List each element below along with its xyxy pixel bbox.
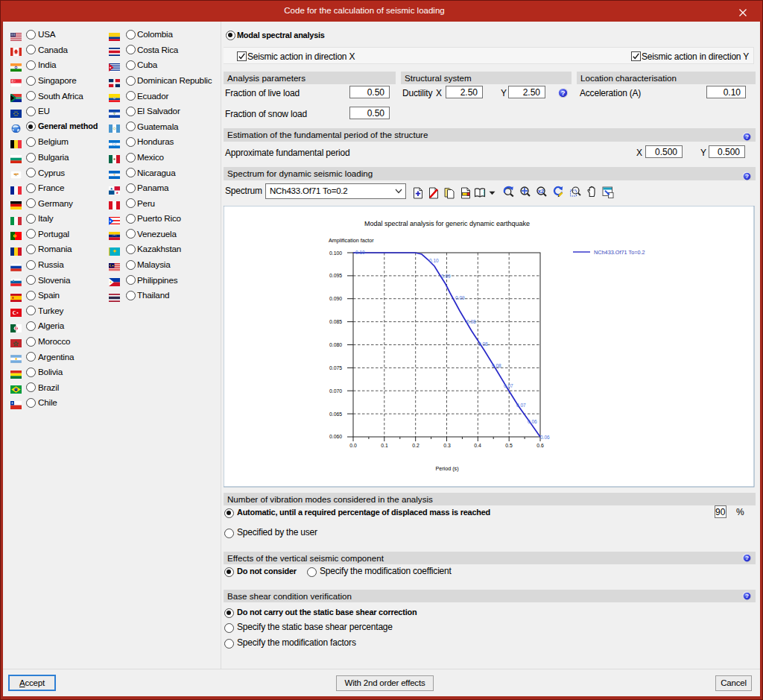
svg-text:0.07: 0.07 <box>504 383 513 388</box>
svg-text:?: ? <box>745 173 749 180</box>
svg-text:0.3: 0.3 <box>443 443 451 448</box>
svg-text:0.08: 0.08 <box>466 319 476 324</box>
svg-text:0.0: 0.0 <box>349 443 357 448</box>
svg-text:0.6: 0.6 <box>536 443 544 448</box>
svg-text:0.06: 0.06 <box>528 419 537 424</box>
svg-text:Period (s): Period (s) <box>435 465 458 472</box>
svg-text:0.06: 0.06 <box>540 435 550 440</box>
svg-text:0.08: 0.08 <box>492 363 501 368</box>
svg-text:Amplification factor: Amplification factor <box>329 237 374 244</box>
svg-text:0.07: 0.07 <box>516 403 526 408</box>
svg-text:0.10: 0.10 <box>355 250 365 255</box>
svg-text:?: ? <box>561 89 566 97</box>
svg-text:0.08: 0.08 <box>478 341 488 347</box>
svg-text:0.080: 0.080 <box>329 342 342 347</box>
svg-text:?: ? <box>745 593 749 599</box>
svg-text:x2: x2 <box>538 188 544 195</box>
svg-text:0.060: 0.060 <box>329 434 342 439</box>
svg-text:0.5: 0.5 <box>505 443 513 448</box>
svg-text:0.090: 0.090 <box>329 296 342 301</box>
svg-text:Modal spectral analysis for ge: Modal spectral analysis for generic dyna… <box>364 220 530 227</box>
svg-text:0.2: 0.2 <box>412 443 420 448</box>
svg-text:0.095: 0.095 <box>329 273 342 278</box>
svg-text:0.4: 0.4 <box>474 443 481 448</box>
svg-text:?: ? <box>745 555 749 561</box>
svg-text:0.10: 0.10 <box>429 258 439 263</box>
svg-text:0.100: 0.100 <box>329 250 342 256</box>
svg-text:0.065: 0.065 <box>329 412 342 417</box>
svg-text:0.070: 0.070 <box>329 388 342 394</box>
svg-text:?: ? <box>745 133 749 140</box>
svg-text:0.085: 0.085 <box>329 319 342 324</box>
svg-text:0.09: 0.09 <box>441 274 451 279</box>
svg-text:0.075: 0.075 <box>329 365 342 371</box>
svg-text:0.09: 0.09 <box>455 295 465 300</box>
svg-text:NCh433.Of71 To=0.2: NCh433.Of71 To=0.2 <box>594 249 645 256</box>
svg-text:0.1: 0.1 <box>381 443 388 448</box>
